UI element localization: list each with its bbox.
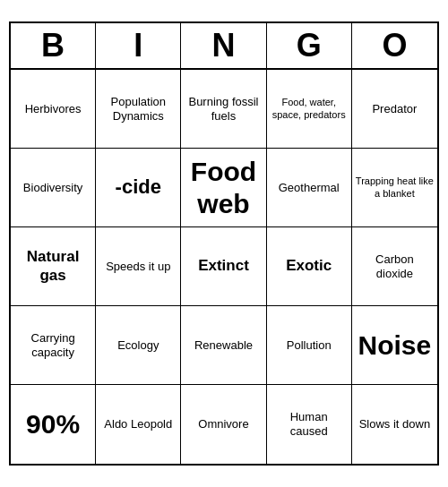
bingo-cell-11: Speeds it up xyxy=(96,227,181,306)
bingo-cell-22: Omnivore xyxy=(181,385,266,464)
bingo-cell-0: Herbivores xyxy=(11,70,96,149)
bingo-cell-15: Carrying capacity xyxy=(11,306,96,385)
bingo-cell-8: Geothermal xyxy=(267,149,352,227)
bingo-header: BINGO xyxy=(11,23,437,70)
bingo-cell-9: Trapping heat like a blanket xyxy=(352,149,437,227)
bingo-cell-6: -cide xyxy=(96,149,181,227)
bingo-cell-20: 90% xyxy=(11,385,96,464)
header-letter-i: I xyxy=(96,23,181,68)
bingo-cell-17: Renewable xyxy=(181,306,266,385)
bingo-cell-7: Food web xyxy=(181,149,266,227)
bingo-card: BINGO HerbivoresPopulation DynamicsBurni… xyxy=(9,21,439,466)
bingo-cell-23: Human caused xyxy=(267,385,352,464)
bingo-cell-19: Noise xyxy=(352,306,437,385)
bingo-cell-24: Slows it down xyxy=(352,385,437,464)
header-letter-b: B xyxy=(11,23,96,68)
header-letter-n: N xyxy=(181,23,266,68)
bingo-cell-3: Food, water, space, predators xyxy=(267,70,352,149)
bingo-cell-4: Predator xyxy=(352,70,437,149)
bingo-cell-13: Exotic xyxy=(267,227,352,306)
header-letter-g: G xyxy=(267,23,352,68)
bingo-cell-2: Burning fossil fuels xyxy=(181,70,266,149)
bingo-cell-14: Carbon dioxide xyxy=(352,227,437,306)
bingo-grid: HerbivoresPopulation DynamicsBurning fos… xyxy=(11,70,437,464)
bingo-cell-10: Natural gas xyxy=(11,227,96,306)
bingo-cell-21: Aldo Leopold xyxy=(96,385,181,464)
bingo-cell-16: Ecology xyxy=(96,306,181,385)
bingo-cell-18: Pollution xyxy=(267,306,352,385)
bingo-cell-5: Biodiversity xyxy=(11,149,96,227)
bingo-cell-12: Extinct xyxy=(181,227,266,306)
header-letter-o: O xyxy=(352,23,437,68)
bingo-cell-1: Population Dynamics xyxy=(96,70,181,149)
